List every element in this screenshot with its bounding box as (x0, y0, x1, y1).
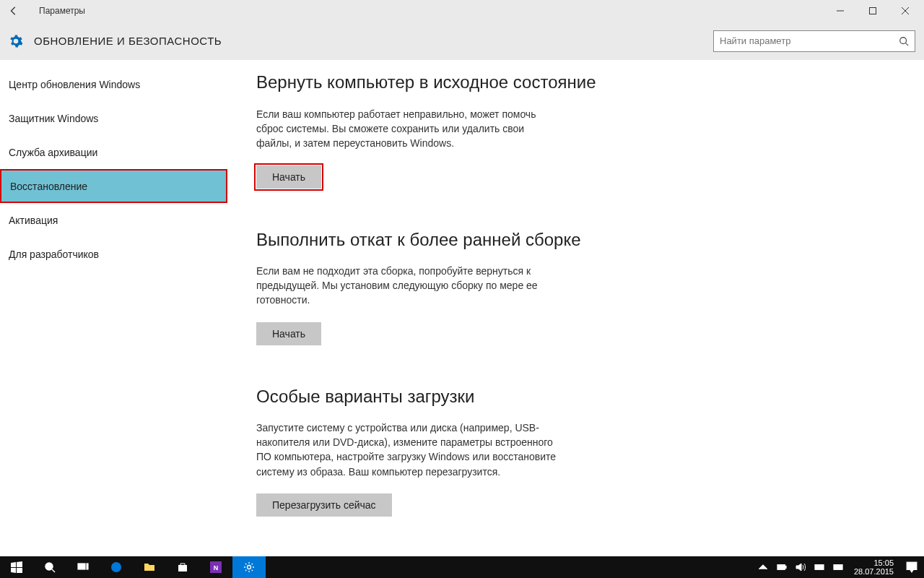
battery-icon[interactable] (776, 561, 788, 573)
svg-rect-0 (869, 8, 876, 14)
sidebar-item-activation[interactable]: Активация (0, 203, 227, 237)
volume-icon[interactable] (795, 561, 806, 573)
clock-date: 28.07.2015 (854, 567, 894, 576)
svg-rect-9 (777, 565, 785, 570)
rollback-start-button[interactable]: Начать (256, 322, 321, 345)
settings-taskbar-button[interactable] (232, 556, 266, 578)
rollback-section: Выполнить откат к более ранней сборке Ес… (256, 228, 661, 345)
sidebar-item-label: Центр обновления Windows (9, 79, 140, 90)
close-icon (902, 7, 909, 14)
keyboard-icon[interactable] (814, 561, 825, 573)
edge-icon (110, 561, 122, 573)
settings-window: Параметры ОБНОВЛЕНИЕ И БЕЗОПАСНОСТЬ Цент… (0, 0, 924, 556)
svg-rect-10 (785, 566, 786, 569)
sidebar-item-label: Служба архивации (9, 147, 97, 158)
svg-point-2 (45, 563, 53, 570)
sidebar-item-recovery[interactable]: Восстановление (0, 169, 227, 203)
svg-rect-13 (907, 562, 917, 569)
search-box[interactable] (713, 30, 915, 52)
system-tray (753, 561, 848, 573)
sidebar-item-backup[interactable]: Служба архивации (0, 135, 227, 169)
windows-icon (11, 561, 22, 573)
back-button[interactable] (3, 0, 25, 22)
sidebar-item-label: Для разработчиков (9, 249, 99, 260)
advanced-title: Особые варианты загрузки (256, 385, 661, 407)
close-button[interactable] (889, 0, 921, 22)
action-center-button[interactable] (899, 556, 924, 578)
clock[interactable]: 15:05 28.07.2015 (848, 558, 899, 576)
taskview-icon (77, 561, 89, 573)
start-button[interactable] (0, 556, 33, 578)
svg-rect-11 (815, 565, 824, 570)
reset-section: Вернуть компьютер в исходное состояние Е… (256, 71, 661, 188)
minimize-icon (837, 7, 844, 14)
sidebar-item-windows-update[interactable]: Центр обновления Windows (0, 67, 227, 101)
sidebar-item-defender[interactable]: Защитник Windows (0, 101, 227, 135)
input-icon[interactable] (832, 561, 844, 573)
sidebar-item-label: Защитник Windows (9, 113, 98, 124)
main-content: Вернуть компьютер в исходное состояние Е… (227, 60, 661, 556)
rollback-title: Выполнить откат к более ранней сборке (256, 228, 661, 251)
restart-now-button[interactable]: Перезагрузить сейчас (256, 493, 392, 517)
search-button[interactable] (33, 556, 66, 578)
page-title: ОБНОВЛЕНИЕ И БЕЗОПАСНОСТЬ (34, 35, 222, 47)
notification-icon (906, 561, 918, 573)
svg-point-5 (111, 562, 121, 572)
folder-icon (144, 561, 155, 573)
reset-description: Если ваш компьютер работает неправильно,… (256, 107, 559, 151)
clock-time: 15:05 (854, 558, 894, 567)
advanced-section: Особые варианты загрузки Запустите систе… (256, 385, 661, 517)
maximize-icon (869, 7, 876, 14)
store-button[interactable] (166, 556, 199, 578)
content-body: Центр обновления Windows Защитник Window… (0, 60, 924, 556)
gear-icon (9, 34, 23, 48)
explorer-button[interactable] (133, 556, 166, 578)
rollback-description: Если вам не подходит эта сборка, попробу… (256, 264, 559, 308)
svg-point-1 (900, 37, 907, 43)
minimize-button[interactable] (824, 0, 856, 22)
sidebar-item-label: Восстановление (10, 181, 87, 192)
store-icon (177, 561, 188, 573)
sidebar-item-developers[interactable]: Для разработчиков (0, 237, 227, 271)
onenote-button[interactable]: N (199, 556, 232, 578)
search-icon (44, 561, 56, 573)
advanced-description: Запустите систему с устройства или диска… (256, 420, 559, 479)
sidebar-item-label: Активация (9, 215, 58, 226)
edge-button[interactable] (100, 556, 133, 578)
svg-rect-3 (78, 564, 85, 569)
reset-start-button[interactable]: Начать (256, 165, 321, 189)
title-bar: Параметры (0, 0, 924, 22)
gear-icon (243, 561, 255, 573)
onenote-icon: N (210, 561, 222, 573)
search-input[interactable] (720, 35, 899, 46)
chevron-up-icon[interactable] (757, 561, 769, 573)
svg-text:N: N (214, 564, 219, 571)
svg-point-8 (248, 566, 251, 569)
maximize-button[interactable] (856, 0, 889, 22)
search-icon (899, 36, 909, 46)
svg-rect-4 (87, 564, 88, 569)
taskbar: N 15:05 28.07.2015 (0, 556, 924, 578)
taskview-button[interactable] (66, 556, 100, 578)
header: ОБНОВЛЕНИЕ И БЕЗОПАСНОСТЬ (0, 22, 924, 60)
arrow-left-icon (9, 6, 19, 16)
window-title: Параметры (39, 6, 85, 16)
sidebar: Центр обновления Windows Защитник Window… (0, 60, 227, 556)
reset-title: Вернуть компьютер в исходное состояние (256, 71, 661, 93)
